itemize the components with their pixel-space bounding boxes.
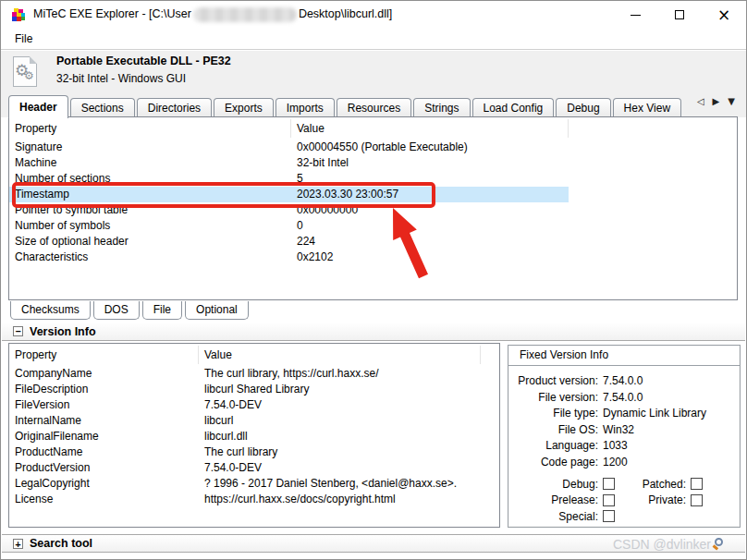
field-language: Language: 1033 — [508, 439, 740, 456]
tab-sections[interactable]: Sections — [70, 98, 135, 117]
table-row[interactable]: Pointer to symbol table 0x00000000 — [9, 202, 737, 218]
column-header-property[interactable]: Property — [9, 346, 199, 364]
table-row[interactable]: CompanyName The curl library, https://cu… — [9, 366, 499, 382]
table-row[interactable]: FileDescription libcurl Shared Library — [9, 382, 499, 397]
watermark-text: CSDN @dvlinker — [613, 537, 711, 552]
subtab-checksums[interactable]: Checksums — [10, 301, 91, 320]
tab-exports[interactable]: Exports — [214, 98, 274, 117]
field-file-os: File OS: Win32 — [508, 423, 740, 440]
private-checkbox[interactable] — [691, 494, 703, 506]
table-row[interactable]: LegalCopyright ? 1996 - 2017 Daniel Sten… — [9, 476, 499, 492]
table-row[interactable]: Number of sections 5 — [9, 171, 737, 187]
table-row[interactable]: Signature 0x00004550 (Portable Executabl… — [9, 140, 737, 155]
menu-file[interactable]: File — [1, 30, 42, 48]
table-row-selected-timestamp[interactable]: Timestamp 2023.03.30 23:00:57 — [9, 187, 569, 202]
checkbox-label-debug: Debug: — [508, 478, 603, 491]
checkbox-label-patched: Patched: — [628, 478, 691, 491]
tab-strings[interactable]: Strings — [413, 98, 470, 117]
field-value: Win32 — [603, 423, 740, 440]
file-type-title: Portable Executable DLL - PE32 — [56, 55, 231, 67]
tab-directories[interactable]: Directories — [137, 98, 212, 117]
sub-tab-bar: Checksums DOS File Optional — [10, 301, 249, 320]
value-cell: https://curl.haxx.se/docs/copyright.html — [199, 492, 481, 507]
field-label: File OS: — [508, 423, 603, 440]
tab-imports[interactable]: Imports — [276, 98, 335, 117]
field-code-page: Code page: 1200 — [508, 456, 740, 472]
table-row[interactable]: Machine 32-bit Intel — [9, 155, 737, 171]
version-info-section-header[interactable]: − Version Info — [2, 323, 745, 341]
field-label: Language: — [508, 439, 603, 456]
special-checkbox[interactable] — [603, 510, 615, 522]
property-cell: LegalCopyright — [9, 476, 199, 492]
patched-checkbox[interactable] — [691, 478, 703, 490]
collapse-icon[interactable]: − — [13, 326, 23, 336]
tab-list-dropdown-icon[interactable]: ▼ — [728, 96, 735, 106]
window-controls: × — [613, 1, 746, 29]
table-row[interactable]: ProductVersion 7.54.0-DEV — [9, 460, 499, 476]
table-row[interactable]: InternalName libcurl — [9, 413, 499, 429]
property-cell: FileDescription — [9, 382, 199, 397]
table-row[interactable]: FileVersion 7.54.0-DEV — [9, 397, 499, 413]
property-cell: Characteristics — [9, 250, 291, 265]
value-cell: 7.54.0-DEV — [199, 397, 481, 413]
tab-debug[interactable]: Debug — [556, 98, 610, 117]
property-cell: License — [9, 492, 199, 507]
table-row[interactable]: Number of symbols 0 — [9, 218, 737, 234]
window-title-prefix: MiTeC EXE Explorer - [C:\User — [33, 7, 191, 20]
page-fold-icon — [30, 56, 37, 64]
column-header-value[interactable]: Value — [199, 346, 481, 364]
tab-header[interactable]: Header — [8, 95, 68, 118]
value-cell: The curl library, https://curl.haxx.se/ — [199, 366, 481, 382]
column-header-property[interactable]: Property — [9, 119, 291, 138]
field-value: Dynamic Link Library — [603, 407, 740, 423]
maximize-button[interactable] — [657, 1, 702, 29]
value-cell: 0 — [291, 218, 569, 234]
close-button[interactable]: × — [702, 1, 746, 29]
tab-resources[interactable]: Resources — [337, 98, 411, 117]
property-cell: CompanyName — [9, 366, 199, 382]
magnifier-icon — [713, 538, 726, 551]
table-row[interactable]: OriginalFilename libcurl.dll — [9, 429, 499, 444]
maximize-icon — [675, 10, 684, 19]
value-cell: 2023.03.30 23:00:57 — [291, 187, 569, 202]
expand-icon[interactable]: + — [13, 539, 23, 549]
value-cell: libcurl Shared Library — [199, 382, 481, 397]
search-tool-title: Search tool — [30, 537, 92, 550]
version-info-panel: Property Value CompanyName The curl libr… — [8, 343, 500, 528]
flags-row: Special: — [508, 508, 740, 525]
gear-small-icon: ⚙ — [24, 70, 34, 81]
column-header-value[interactable]: Value — [291, 119, 569, 138]
flags-row: Debug: Patched: — [508, 476, 740, 493]
property-cell: OriginalFilename — [9, 429, 199, 444]
subtab-optional[interactable]: Optional — [185, 301, 249, 320]
prelease-checkbox[interactable] — [603, 494, 615, 506]
field-file-version: File version: 7.54.0.0 — [508, 391, 740, 408]
watermark: CSDN @dvlinker — [613, 537, 726, 552]
flags-group: Debug: Patched: Prelease: Private: Speci… — [508, 476, 740, 525]
table-row[interactable]: License https://curl.haxx.se/docs/copyri… — [9, 492, 499, 507]
table-header: Property Value — [9, 344, 499, 366]
debug-checkbox[interactable] — [603, 478, 615, 490]
value-cell: The curl library — [199, 444, 481, 460]
tab-scroll-right-icon[interactable]: ▶ — [713, 96, 720, 106]
window-title-suffix: Desktop\libcurl.dll] — [299, 7, 392, 20]
property-cell: InternalName — [9, 413, 199, 429]
subtab-file[interactable]: File — [142, 301, 182, 320]
field-file-type: File type: Dynamic Link Library — [508, 407, 740, 423]
table-row[interactable]: Characteristics 0x2102 — [9, 250, 737, 265]
property-cell: ProductVersion — [9, 460, 199, 476]
checkbox-label-prelease: Prelease: — [508, 493, 603, 506]
table-row[interactable]: ProductName The curl library — [9, 444, 499, 460]
minimize-button[interactable] — [613, 1, 657, 29]
field-label: File type: — [508, 407, 603, 423]
field-product-version: Product version: 7.54.0.0 — [508, 374, 740, 391]
property-cell: Number of sections — [9, 171, 291, 187]
subtab-dos[interactable]: DOS — [93, 301, 140, 320]
pe-file-icon: ⚙ ⚙ — [13, 56, 37, 87]
magnifier-lens — [715, 538, 723, 546]
tab-load-config[interactable]: Load Config — [472, 98, 555, 117]
table-row[interactable]: Size of optional header 224 — [9, 234, 737, 250]
tab-hex-view[interactable]: Hex View — [613, 98, 681, 117]
property-cell: Machine — [9, 155, 291, 171]
tab-scroll-left-icon[interactable]: ◁ — [697, 96, 704, 106]
